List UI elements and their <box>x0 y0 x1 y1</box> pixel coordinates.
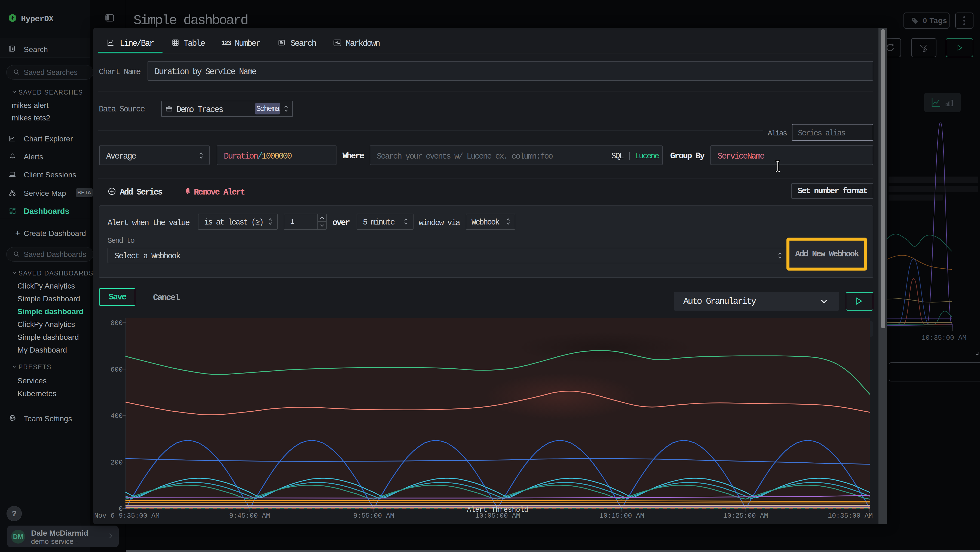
svg-text:10:15:00 AM: 10:15:00 AM <box>599 512 644 520</box>
svg-text:200: 200 <box>111 459 123 467</box>
svg-text:10:25:00 AM: 10:25:00 AM <box>723 512 768 520</box>
svg-text:600: 600 <box>111 366 123 374</box>
svg-text:9:45:00 AM: 9:45:00 AM <box>229 512 270 520</box>
svg-text:9:55:00 AM: 9:55:00 AM <box>353 512 394 520</box>
svg-text:Alert Threshold: Alert Threshold <box>467 506 528 514</box>
svg-text:800: 800 <box>111 319 123 327</box>
svg-text:400: 400 <box>111 412 123 420</box>
svg-text:Nov 6 9:35:00 AM: Nov 6 9:35:00 AM <box>94 512 159 520</box>
svg-text:10:35:00 AM: 10:35:00 AM <box>828 512 873 520</box>
